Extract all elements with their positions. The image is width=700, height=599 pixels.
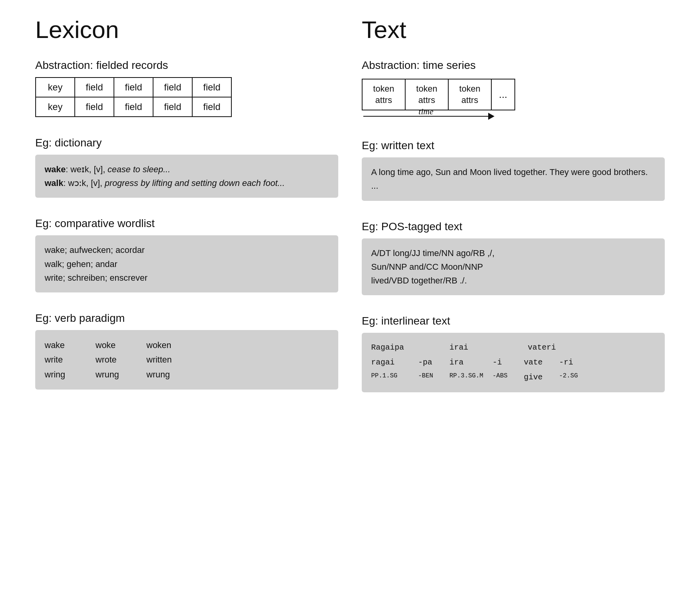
pos-line: Sun/NNP and/CC Moon/NNP [371,260,655,274]
list-item: write; schreiben; enscrever [45,271,329,285]
eg-wordlist-label: Eg: comparative wordlist [35,217,338,230]
walk-italic: progress by lifting and setting down eac… [105,178,285,188]
time-label: time [419,106,433,117]
paradigm-cell: woken [146,338,197,352]
table-row: key field field field field [36,78,231,97]
pos-section: Eg: POS-tagged text A/DT long/JJ time/NN… [362,220,665,296]
paradigm-cell: wrung [96,367,146,382]
table-cell: field [192,78,231,97]
interlinear-cell: -i [493,355,524,370]
table-cell: field [153,78,192,97]
table-cell: field [114,78,153,97]
interlinear-cell: vate [524,355,559,370]
interlinear-cell: -2.SG [559,370,583,384]
text-column: Text Abstraction: time series tokenattrs… [350,16,677,412]
table-cell: key [36,78,75,97]
dictionary-section: Eg: dictionary wake: weɪk, [v], cease to… [35,137,338,198]
interlinear-cell: -ri [559,355,583,370]
eg-interlinear-label: Eg: interlinear text [362,315,665,327]
interlinear-cell: Ragaipa [371,341,449,355]
lexicon-column: Lexicon Abstraction: fielded records key… [23,16,350,412]
paradigm-cell: written [146,352,197,367]
interlinear-cell: ragai [371,355,418,370]
eg-written-label: Eg: written text [362,139,665,152]
pos-box: A/DT long/JJ time/NN ago/RB ,/, Sun/NNP … [362,238,665,296]
interlinear-cell: RP.3.SG.M [449,370,493,384]
paradigm-cell: wrote [96,352,146,367]
table-row: write wrote written [45,352,329,367]
interlinear-cell: PP.1.SG [371,370,418,384]
paradigm-cell: wrung [146,367,197,382]
table-row: key field field field field [36,97,231,117]
text-title: Text [362,16,665,43]
walk-text: : wɔːk, [v], [63,178,105,188]
time-series-wrapper: tokenattrs tokenattrs tokenattrs ... tim… [362,77,665,120]
table-row: Ragaipa irai vateri [371,341,655,355]
text-abstraction-label: Abstraction: time series [362,59,665,72]
wordlist-box: wake; aufwecken; acordar walk; gehen; an… [35,235,338,292]
table-row: ragai -pa ira -i vate -ri [371,355,655,370]
table-row: wake woke woken [45,338,329,352]
ellipsis-cell: ... [491,79,515,110]
time-line: time [363,116,489,117]
token-cell: tokenattrs [405,79,448,110]
interlinear-cell: ira [449,355,493,370]
paradigm-cell: wake [45,338,96,352]
paradigm-cell: write [45,352,96,367]
interlinear-box: Ragaipa irai vateri ragai -pa ira -i vat… [362,333,665,392]
token-cell: tokenattrs [362,79,405,110]
wordlist-section: Eg: comparative wordlist wake; aufwecken… [35,217,338,292]
interlinear-cell: irai [449,341,528,355]
paradigm-section: Eg: verb paradigm wake woke woken write … [35,312,338,390]
wake-bold: wake [45,164,66,174]
time-arrow: time [363,113,494,120]
table-cell: field [114,97,153,117]
list-item: wake; aufwecken; acordar [45,243,329,257]
arrow-head-icon [488,113,494,120]
wake-italic: cease to sleep... [108,164,170,174]
token-cell: tokenattrs [448,79,491,110]
written-box: A long time ago, Sun and Moon lived toge… [362,157,665,200]
lexicon-abstraction-section: Abstraction: fielded records key field f… [35,59,338,117]
interlinear-cell: vateri [528,341,598,355]
paradigm-box: wake woke woken write wrote written wrin… [35,330,338,390]
interlinear-section: Eg: interlinear text Ragaipa irai vateri… [362,315,665,392]
pos-line: A/DT long/JJ time/NN ago/RB ,/, [371,246,655,260]
paradigm-cell: woke [96,338,146,352]
time-series-table: tokenattrs tokenattrs tokenattrs ... [362,79,515,110]
eg-dictionary-label: Eg: dictionary [35,137,338,149]
written-section: Eg: written text A long time ago, Sun an… [362,139,665,200]
table-cell: field [153,97,192,117]
table-cell: key [36,97,75,117]
table-row: PP.1.SG -BEN RP.3.SG.M -ABS give -2.SG [371,370,655,384]
lexicon-title: Lexicon [35,16,338,43]
interlinear-cell: -BEN [418,370,449,384]
pos-line: lived/VBD together/RB ./. [371,274,655,287]
dictionary-box: wake: weɪk, [v], cease to sleep... walk:… [35,155,338,198]
text-abstraction-section: Abstraction: time series tokenattrs toke… [362,59,665,120]
list-item: walk; gehen; andar [45,257,329,271]
eg-paradigm-label: Eg: verb paradigm [35,312,338,325]
eg-pos-label: Eg: POS-tagged text [362,220,665,233]
table-cell: field [192,97,231,117]
table-row: wring wrung wrung [45,367,329,382]
table-cell: field [75,78,114,97]
walk-bold: walk [45,178,63,188]
interlinear-cell: -ABS [493,370,524,384]
table-row: tokenattrs tokenattrs tokenattrs ... [362,79,515,110]
table-cell: field [75,97,114,117]
fielded-table: key field field field field key field fi… [35,77,232,117]
lexicon-abstraction-label: Abstraction: fielded records [35,59,338,72]
interlinear-cell: -pa [418,355,449,370]
interlinear-cell: give [524,370,559,384]
paradigm-cell: wring [45,367,96,382]
main-layout: Lexicon Abstraction: fielded records key… [23,16,677,412]
wake-text: : weɪk, [v], [66,164,108,174]
